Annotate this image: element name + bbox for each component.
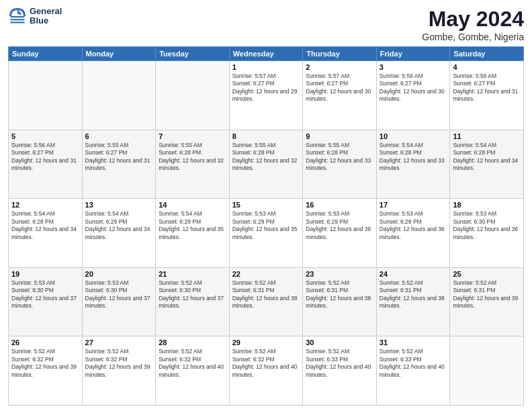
calendar-cell: 18Sunrise: 5:53 AMSunset: 6:30 PMDayligh…: [450, 199, 524, 268]
cell-info: Sunrise: 5:55 AMSunset: 6:27 PMDaylight:…: [85, 142, 153, 173]
cell-info: Sunrise: 5:52 AMSunset: 6:30 PMDaylight:…: [159, 279, 226, 310]
calendar-cell: 21Sunrise: 5:52 AMSunset: 6:30 PMDayligh…: [156, 267, 230, 336]
day-number: 5: [11, 132, 79, 140]
day-number: 25: [453, 270, 521, 278]
cell-info: Sunrise: 5:53 AMSunset: 6:29 PMDaylight:…: [232, 210, 300, 241]
cell-info: Sunrise: 5:56 AMSunset: 6:27 PMDaylight:…: [11, 142, 79, 173]
day-header-wednesday: Wednesday: [229, 47, 303, 61]
day-number: 19: [11, 270, 79, 278]
calendar-week-2: 5Sunrise: 5:56 AMSunset: 6:27 PMDaylight…: [9, 130, 524, 199]
day-number: 1: [232, 63, 300, 71]
day-number: 30: [306, 338, 373, 347]
day-number: 11: [453, 132, 521, 140]
cell-info: Sunrise: 5:54 AMSunset: 6:29 PMDaylight:…: [159, 210, 226, 241]
calendar-week-3: 12Sunrise: 5:54 AMSunset: 6:28 PMDayligh…: [9, 199, 524, 268]
day-number: 2: [306, 63, 373, 71]
cell-info: Sunrise: 5:52 AMSunset: 6:32 PMDaylight:…: [85, 348, 153, 379]
calendar-week-4: 19Sunrise: 5:53 AMSunset: 6:30 PMDayligh…: [9, 267, 524, 336]
day-number: 18: [453, 201, 521, 209]
day-number: 27: [85, 338, 153, 347]
svg-rect-3: [11, 22, 25, 24]
logo-text: General Blue: [30, 7, 62, 26]
day-number: 20: [85, 270, 153, 278]
calendar-cell: 31Sunrise: 5:52 AMSunset: 6:33 PMDayligh…: [376, 336, 450, 406]
calendar-cell: 5Sunrise: 5:56 AMSunset: 6:27 PMDaylight…: [9, 130, 83, 199]
calendar-cell: 19Sunrise: 5:53 AMSunset: 6:30 PMDayligh…: [9, 267, 83, 336]
page-subtitle: Gombe, Gombe, Nigeria: [422, 32, 524, 42]
calendar-cell: 17Sunrise: 5:53 AMSunset: 6:29 PMDayligh…: [376, 199, 450, 268]
calendar-cell: 28Sunrise: 5:52 AMSunset: 6:32 PMDayligh…: [156, 336, 230, 406]
calendar-cell: 2Sunrise: 5:57 AMSunset: 6:27 PMDaylight…: [303, 61, 377, 130]
day-number: 16: [306, 201, 373, 209]
calendar-cell: 24Sunrise: 5:52 AMSunset: 6:31 PMDayligh…: [376, 267, 450, 336]
cell-info: Sunrise: 5:54 AMSunset: 6:28 PMDaylight:…: [11, 210, 79, 241]
day-header-thursday: Thursday: [303, 47, 377, 61]
cell-info: Sunrise: 5:57 AMSunset: 6:27 PMDaylight:…: [306, 73, 373, 103]
calendar-cell: 9Sunrise: 5:55 AMSunset: 6:28 PMDaylight…: [303, 130, 377, 199]
day-number: 10: [380, 132, 447, 140]
cell-info: Sunrise: 5:54 AMSunset: 6:28 PMDaylight:…: [453, 142, 521, 173]
day-number: 7: [159, 132, 226, 140]
day-number: 3: [380, 63, 447, 71]
day-number: 22: [232, 270, 300, 278]
day-header-saturday: Saturday: [450, 47, 524, 61]
cell-info: Sunrise: 5:52 AMSunset: 6:33 PMDaylight:…: [306, 348, 373, 379]
calendar-cell: 13Sunrise: 5:54 AMSunset: 6:29 PMDayligh…: [82, 199, 156, 268]
calendar-cell: 3Sunrise: 5:56 AMSunset: 6:27 PMDaylight…: [376, 61, 450, 130]
day-number: 21: [159, 270, 226, 278]
cell-info: Sunrise: 5:53 AMSunset: 6:30 PMDaylight:…: [85, 279, 153, 310]
day-number: 9: [306, 132, 373, 140]
day-number: 6: [85, 132, 153, 140]
calendar-cell: 14Sunrise: 5:54 AMSunset: 6:29 PMDayligh…: [156, 199, 230, 268]
calendar-cell: 1Sunrise: 5:57 AMSunset: 6:27 PMDaylight…: [229, 61, 303, 130]
day-number: 8: [232, 132, 300, 140]
cell-info: Sunrise: 5:52 AMSunset: 6:32 PMDaylight:…: [11, 348, 79, 379]
cell-info: Sunrise: 5:52 AMSunset: 6:32 PMDaylight:…: [232, 348, 300, 379]
logo-line2: Blue: [30, 16, 62, 26]
calendar-cell: 22Sunrise: 5:52 AMSunset: 6:31 PMDayligh…: [229, 267, 303, 336]
cell-info: Sunrise: 5:57 AMSunset: 6:27 PMDaylight:…: [232, 73, 300, 103]
calendar-week-5: 26Sunrise: 5:52 AMSunset: 6:32 PMDayligh…: [9, 336, 524, 406]
calendar-table: SundayMondayTuesdayWednesdayThursdayFrid…: [8, 46, 524, 406]
day-header-friday: Friday: [376, 47, 450, 61]
cell-info: Sunrise: 5:53 AMSunset: 6:29 PMDaylight:…: [380, 210, 447, 241]
cell-info: Sunrise: 5:54 AMSunset: 6:28 PMDaylight:…: [380, 142, 447, 173]
calendar-cell: 23Sunrise: 5:52 AMSunset: 6:31 PMDayligh…: [303, 267, 377, 336]
calendar-cell: 27Sunrise: 5:52 AMSunset: 6:32 PMDayligh…: [82, 336, 156, 406]
page: General Blue May 2024 Gombe, Gombe, Nige…: [0, 0, 532, 411]
cell-info: Sunrise: 5:55 AMSunset: 6:28 PMDaylight:…: [232, 142, 300, 173]
day-number: 14: [159, 201, 226, 209]
logo-line1: General: [30, 7, 62, 16]
day-header-tuesday: Tuesday: [156, 47, 230, 61]
title-block: May 2024 Gombe, Gombe, Nigeria: [422, 7, 524, 42]
calendar-cell: 11Sunrise: 5:54 AMSunset: 6:28 PMDayligh…: [450, 130, 524, 199]
calendar-cell: 20Sunrise: 5:53 AMSunset: 6:30 PMDayligh…: [82, 267, 156, 336]
svg-rect-1: [11, 16, 25, 17]
cell-info: Sunrise: 5:56 AMSunset: 6:27 PMDaylight:…: [380, 73, 447, 103]
calendar-cell: 29Sunrise: 5:52 AMSunset: 6:32 PMDayligh…: [229, 336, 303, 406]
cell-info: Sunrise: 5:52 AMSunset: 6:31 PMDaylight:…: [380, 279, 447, 310]
cell-info: Sunrise: 5:52 AMSunset: 6:31 PMDaylight:…: [453, 279, 521, 310]
calendar-cell: 16Sunrise: 5:53 AMSunset: 6:29 PMDayligh…: [303, 199, 377, 268]
day-number: 31: [380, 338, 447, 347]
cell-info: Sunrise: 5:52 AMSunset: 6:33 PMDaylight:…: [380, 348, 447, 379]
header: General Blue May 2024 Gombe, Gombe, Nige…: [8, 7, 524, 42]
day-number: 26: [11, 338, 79, 347]
calendar-cell: [450, 336, 524, 406]
cell-info: Sunrise: 5:53 AMSunset: 6:30 PMDaylight:…: [453, 210, 521, 241]
day-header-monday: Monday: [82, 47, 156, 61]
calendar-header-row: SundayMondayTuesdayWednesdayThursdayFrid…: [9, 47, 524, 61]
calendar-cell: 25Sunrise: 5:52 AMSunset: 6:31 PMDayligh…: [450, 267, 524, 336]
day-header-sunday: Sunday: [9, 47, 83, 61]
cell-info: Sunrise: 5:52 AMSunset: 6:31 PMDaylight:…: [232, 279, 300, 310]
calendar-cell: 12Sunrise: 5:54 AMSunset: 6:28 PMDayligh…: [9, 199, 83, 268]
cell-info: Sunrise: 5:55 AMSunset: 6:28 PMDaylight:…: [159, 142, 226, 173]
day-number: 17: [380, 201, 447, 209]
logo: General Blue: [8, 7, 62, 26]
calendar-cell: 26Sunrise: 5:52 AMSunset: 6:32 PMDayligh…: [9, 336, 83, 406]
calendar-cell: [9, 61, 83, 130]
day-number: 29: [232, 338, 300, 347]
calendar-cell: 15Sunrise: 5:53 AMSunset: 6:29 PMDayligh…: [229, 199, 303, 268]
calendar-week-1: 1Sunrise: 5:57 AMSunset: 6:27 PMDaylight…: [9, 61, 524, 130]
svg-rect-2: [11, 19, 25, 20]
